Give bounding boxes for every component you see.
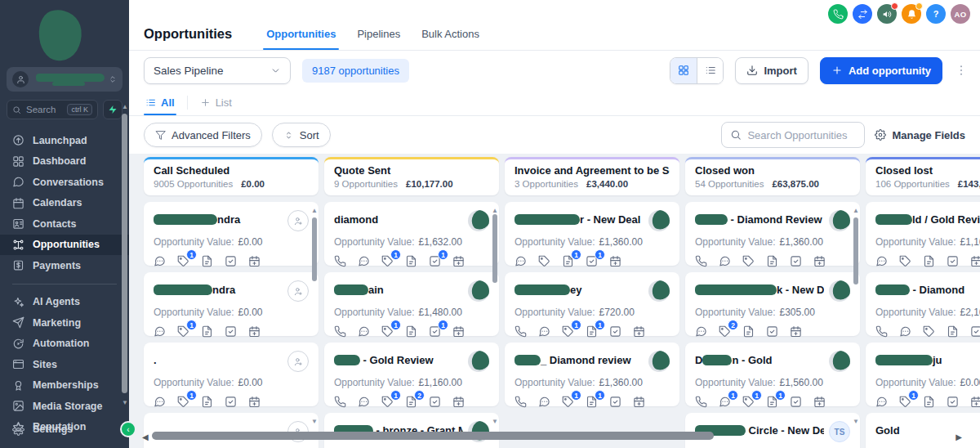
tag-icon[interactable]: 1	[742, 396, 755, 409]
calendar-icon[interactable]	[452, 396, 466, 409]
horizontal-scrollbar[interactable]	[152, 432, 714, 440]
tag-icon[interactable]	[538, 255, 551, 268]
column-scrollbar[interactable]	[492, 214, 497, 283]
sidebar-item-memberships[interactable]: Memberships	[0, 375, 129, 396]
contact-avatar-photo[interactable]	[648, 210, 670, 231]
opportunity-card[interactable]: ld / Gold ReviewOpportunity Value:£1,160…	[866, 202, 980, 266]
doc-icon[interactable]	[766, 255, 779, 268]
doc-icon[interactable]	[201, 255, 214, 268]
check-icon[interactable]: 1	[429, 255, 442, 268]
tag-icon[interactable]: 1	[381, 325, 394, 338]
column-scrollbar[interactable]	[312, 217, 317, 281]
tag-icon[interactable]: 1	[381, 396, 394, 409]
tab-opportunities[interactable]: Opportunities	[266, 18, 336, 50]
contact-avatar-photo[interactable]	[648, 280, 670, 302]
sidebar-item-conversations[interactable]: Conversations	[0, 172, 129, 193]
sidebar-scrollbar[interactable]	[122, 114, 127, 393]
sidebar-item-ai-agents[interactable]: AI Agents	[0, 292, 129, 313]
sidebar-item-dashboard[interactable]: Dashboard	[0, 151, 129, 172]
hscroll-left-arrow[interactable]: ◀	[142, 433, 149, 441]
calendar-icon[interactable]	[813, 255, 826, 268]
quick-actions-button[interactable]	[103, 100, 122, 119]
opportunity-card[interactable]: eyOpportunity Value:£720.0011	[505, 272, 679, 336]
help-icon[interactable]: ?	[926, 4, 946, 24]
sidebar-item-calendars[interactable]: Calendars	[0, 193, 129, 214]
sidebar-scroll-up-arrow[interactable]: ▲	[122, 104, 128, 110]
opportunity-card[interactable]: ndraOpportunity Value:£0.001	[144, 272, 318, 336]
opportunity-card[interactable]: juOpportunity Value:£0.001	[866, 343, 980, 406]
more-options-button[interactable]	[954, 64, 969, 77]
column-scroll-up-arrow[interactable]: ▲	[311, 208, 318, 214]
sidebar-item-launchpad[interactable]: Launchpad	[0, 130, 129, 151]
opportunity-card[interactable]: Circle - New DealTSOpportunity Value:£1,…	[685, 413, 860, 448]
tag-icon[interactable]: 1	[177, 396, 190, 409]
check-icon[interactable]	[429, 396, 442, 409]
chat-icon[interactable]	[538, 396, 551, 409]
user-avatar[interactable]: AO	[951, 4, 970, 24]
account-switcher[interactable]	[7, 67, 122, 92]
opportunity-card[interactable]: ndraOpportunity Value:£0.001	[144, 202, 318, 266]
calendar-icon[interactable]	[790, 325, 803, 338]
advanced-filters-button[interactable]: Advanced Filters	[144, 123, 262, 147]
doc-icon[interactable]: 1	[586, 396, 599, 409]
opportunity-card[interactable]: .Opportunity Value:£0.001	[144, 343, 318, 406]
sidebar-item-sites[interactable]: Sites	[0, 354, 129, 375]
check-icon[interactable]	[766, 325, 779, 338]
calendar-icon[interactable]	[248, 325, 261, 338]
contact-avatar-photo[interactable]	[829, 351, 850, 372]
contact-avatar-placeholder-icon[interactable]	[287, 280, 309, 302]
tag-icon[interactable]: 1	[899, 396, 912, 409]
tag-icon[interactable]: 1	[562, 396, 575, 409]
contact-avatar-photo[interactable]	[468, 210, 489, 231]
opportunity-card[interactable]: - Gold ReviewOpportunity Value:£1,160.00…	[324, 343, 499, 406]
phone-icon[interactable]	[514, 396, 528, 409]
column-scroll-up-arrow[interactable]: ▲	[853, 208, 859, 214]
search-opportunities-input[interactable]	[747, 129, 856, 141]
sidebar-item-opportunities[interactable]: Opportunities	[0, 235, 129, 256]
phone-icon[interactable]	[828, 4, 848, 24]
phone-icon[interactable]	[695, 255, 708, 268]
opportunity-card[interactable]: _ Diamond reviewOpportunity Value:£1,360…	[505, 343, 679, 406]
calendar-icon[interactable]	[609, 255, 622, 268]
check-icon[interactable]	[609, 396, 622, 409]
calendar-icon[interactable]	[813, 396, 826, 409]
check-icon[interactable]	[225, 396, 238, 409]
chat-icon[interactable]	[899, 325, 912, 338]
tag-icon[interactable]	[923, 325, 936, 338]
check-icon[interactable]: 1	[586, 255, 599, 268]
opportunity-card[interactable]: .	[144, 413, 318, 448]
chat-icon[interactable]	[358, 255, 371, 268]
phone-icon[interactable]	[875, 325, 889, 338]
doc-icon[interactable]	[405, 325, 418, 338]
manage-fields-button[interactable]: Manage Fields	[875, 129, 965, 141]
check-icon[interactable]	[790, 255, 803, 268]
chat-icon[interactable]	[875, 255, 889, 268]
sort-button[interactable]: Sort	[272, 123, 331, 147]
sidebar-item-contacts[interactable]: Contacts	[0, 213, 129, 235]
transfer-icon[interactable]	[853, 4, 872, 24]
check-icon[interactable]	[947, 255, 960, 268]
phone-icon[interactable]	[334, 325, 347, 338]
opportunity-card[interactable]: ainOpportunity Value:£1,480.0011	[324, 272, 499, 336]
hscroll-right-arrow[interactable]: ▶	[956, 433, 962, 441]
doc-icon[interactable]	[201, 325, 214, 338]
sidebar-item-settings[interactable]: Settings	[0, 419, 129, 441]
calendar-icon[interactable]	[452, 255, 466, 268]
chat-icon[interactable]	[719, 255, 732, 268]
chat-icon[interactable]: 1	[719, 396, 732, 409]
column-scroll-down-arrow[interactable]: ▼	[492, 419, 498, 425]
contact-avatar-photo[interactable]	[468, 280, 489, 302]
tag-icon[interactable]	[899, 255, 912, 268]
contact-avatar-photo[interactable]	[829, 210, 850, 231]
column-scrollbar[interactable]	[853, 217, 858, 284]
contact-avatar-placeholder-icon[interactable]	[287, 351, 309, 372]
phone-icon[interactable]	[695, 396, 708, 409]
chat-icon[interactable]	[538, 325, 551, 338]
calendar-icon[interactable]	[633, 325, 646, 338]
check-icon[interactable]	[225, 255, 238, 268]
calendar-icon[interactable]	[248, 396, 261, 409]
check-icon[interactable]	[970, 325, 980, 338]
add-opportunity-button[interactable]: Add opportunity	[820, 57, 942, 84]
chat-icon[interactable]	[154, 255, 167, 268]
doc-icon[interactable]	[947, 325, 960, 338]
